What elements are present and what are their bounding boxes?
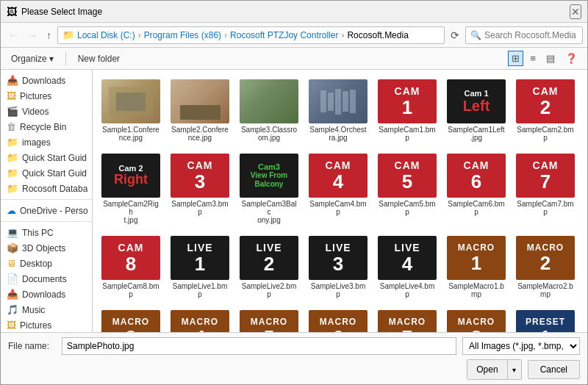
onedrive-icon: ☁: [7, 205, 16, 216]
desktop-icon: 🖥: [7, 258, 16, 269]
sidebar-item-pictures2[interactable]: 🖼 Pictures: [1, 317, 92, 332]
list-item[interactable]: PRESET 1 SamplePreset1.bmp: [513, 306, 578, 332]
downloads2-icon: 📥: [7, 289, 18, 300]
title-bar: 🖼 Please Select Image ✕: [1, 1, 587, 23]
toolbar-right: ⊞ ≡ ▤ ❓: [508, 51, 581, 66]
cancel-button[interactable]: Cancel: [528, 360, 580, 379]
list-item[interactable]: LIVE 3 SampleLive3.bmp: [306, 232, 370, 302]
sidebar-item-images[interactable]: 📁 images: [1, 134, 92, 150]
list-item[interactable]: CAM 2 SampleCam2.bmp: [513, 76, 578, 145]
list-item[interactable]: Cam 1 Left SampleCam1Left.jpg: [444, 76, 509, 145]
search-input[interactable]: [484, 30, 580, 40]
sidebar-item-rocosoft[interactable]: 📁 Rocosoft Databa: [1, 181, 92, 196]
list-item[interactable]: LIVE 2 SampleLive2.bmp: [237, 232, 301, 302]
sidebar-label-pictures2: Pictures: [20, 320, 51, 331]
toolbar: Organize ▾ New folder ⊞ ≡ ▤ ❓: [1, 48, 587, 70]
sidebar-item-quickstart2[interactable]: 📁 Quick Start Guid: [1, 165, 92, 181]
close-button[interactable]: ✕: [570, 4, 581, 19]
back-button[interactable]: ←: [5, 28, 21, 43]
list-item[interactable]: CAM 8 SampleCam8.bmp: [98, 232, 163, 302]
list-item[interactable]: CAM 6 SampleCam6.bmp: [444, 150, 509, 228]
sidebar-item-documents[interactable]: 📄 Documents: [1, 271, 92, 287]
list-item[interactable]: Sample2.Conference.jpg: [168, 76, 232, 145]
sidebar-item-onedrive[interactable]: ☁ OneDrive - Perso: [1, 203, 92, 218]
file-name: SampleCam3Balcony.jpg: [240, 200, 298, 224]
file-name: SampleCam2.bmp: [517, 126, 573, 142]
filter-dropdown[interactable]: All Images (*.jpg, *.bmp, *.gif, *.: [462, 337, 580, 355]
refresh-button[interactable]: ⟳: [448, 28, 462, 43]
list-item[interactable]: MACRO 7 SampleMacro7.bmp: [375, 306, 440, 332]
sidebar-label-onedrive: OneDrive - Perso: [20, 206, 88, 216]
list-item[interactable]: Sample4.Orchestra.jpg: [306, 76, 370, 145]
file-name: SampleCam1.bmp: [379, 126, 435, 142]
toolbar-separator: [65, 52, 66, 65]
sidebar: 📥 Downloads 🖼 Pictures 🎬 Videos 🗑 Recycl…: [1, 70, 93, 332]
help-button[interactable]: ❓: [562, 51, 581, 66]
list-item[interactable]: MACRO 2 SampleMacro2.bmp: [513, 232, 578, 302]
sidebar-divider-1: [1, 199, 92, 200]
sidebar-item-3dobjects[interactable]: 📦 3D Objects: [1, 240, 92, 256]
list-item[interactable]: CAM 4 SampleCam4.bmp: [306, 150, 370, 228]
list-item[interactable]: MACRO 6 SampleMacro6.bmp: [306, 306, 370, 332]
file-dialog: 🖼 Please Select Image ✕ ← → ↑ 📁 Local Di…: [0, 0, 588, 385]
file-name-row: File name: All Images (*.jpg, *.bmp, *.g…: [8, 337, 580, 355]
search-box: 🔍: [465, 26, 583, 44]
sidebar-divider-2: [1, 221, 92, 222]
view-list-button[interactable]: ≡: [526, 51, 539, 66]
sidebar-item-desktop[interactable]: 🖥 Desktop: [1, 256, 92, 271]
list-item[interactable]: MACRO 3 SampleMacro3.bmp: [98, 306, 163, 332]
organize-button[interactable]: Organize ▾: [7, 52, 58, 65]
file-name: SampleMacro2.bmp: [517, 282, 573, 298]
thispc-icon: 💻: [7, 227, 18, 238]
file-name-input[interactable]: [62, 337, 456, 355]
list-item[interactable]: MACRO 1 SampleMacro1.bmp: [444, 232, 509, 302]
list-item[interactable]: Sample3.Classroom.jpg: [237, 76, 301, 145]
breadcrumb-folder-icon: 📁: [62, 29, 74, 40]
up-button[interactable]: ↑: [43, 28, 54, 43]
sidebar-label-music: Music: [22, 305, 45, 315]
view-detail-button[interactable]: ▤: [542, 51, 559, 66]
list-item[interactable]: CAM 7 SampleCam7.bmp: [513, 150, 578, 228]
images-icon: 📁: [7, 137, 18, 148]
forward-button[interactable]: →: [24, 28, 40, 43]
sidebar-item-thispc[interactable]: 💻 This PC: [1, 225, 92, 240]
view-icon-button[interactable]: ⊞: [508, 51, 523, 66]
breadcrumb-part-3: Rocosoft PTZJoy Controller: [230, 30, 338, 40]
sidebar-item-pictures[interactable]: 🖼 Pictures: [1, 88, 92, 104]
file-name-label: File name:: [8, 341, 56, 351]
downloads-icon: 📥: [7, 75, 18, 86]
open-button[interactable]: Open: [467, 360, 507, 379]
list-item[interactable]: LIVE 4 SampleLive4.bmp: [375, 232, 440, 302]
list-item[interactable]: Cam 2 Right SampleCam2Right.jpg: [98, 150, 163, 228]
list-item[interactable]: Sample1.Conference.jpg: [98, 76, 163, 145]
new-folder-button[interactable]: New folder: [74, 52, 124, 65]
nav-bar: ← → ↑ 📁 Local Disk (C:) › Program Files …: [1, 23, 587, 48]
list-item[interactable]: MACRO 4 SampleMacro4.bmp: [168, 306, 232, 332]
sidebar-label-thispc: This PC: [22, 228, 54, 238]
list-item[interactable]: CAM 3 SampleCam3.bmp: [168, 150, 232, 228]
breadcrumb-sep-3: ›: [341, 30, 344, 40]
pictures-icon: 🖼: [7, 90, 16, 101]
file-grid: Sample1.Conference.jpg Sample2.Conferenc…: [98, 76, 581, 332]
file-pane: Sample1.Conference.jpg Sample2.Conferenc…: [93, 70, 587, 332]
breadcrumb-sep-1: ›: [138, 30, 141, 40]
rocosoft-icon: 📁: [7, 183, 18, 194]
sidebar-item-videos[interactable]: 🎬 Videos: [1, 104, 92, 119]
breadcrumb-part-2: Program Files (x86): [144, 30, 221, 40]
list-item[interactable]: MACRO 5 SampleMacro5.bmp: [237, 306, 301, 332]
file-name: Sample4.Orchestra.jpg: [309, 126, 366, 142]
sidebar-label-videos: Videos: [22, 107, 49, 117]
file-name: SampleCam2Right.jpg: [102, 200, 159, 224]
list-item[interactable]: LIVE 1 SampleLive1.bmp: [168, 232, 232, 302]
sidebar-item-quickstart1[interactable]: 📁 Quick Start Guid: [1, 150, 92, 165]
list-item[interactable]: CAM 5 SampleCam5.bmp: [375, 150, 440, 228]
sidebar-label-downloads: Downloads: [22, 76, 65, 86]
open-arrow-button[interactable]: ▾: [508, 360, 521, 379]
sidebar-item-downloads2[interactable]: 📥 Downloads: [1, 287, 92, 302]
sidebar-item-recycle[interactable]: 🗑 Recycle Bin: [1, 119, 92, 134]
list-item[interactable]: Cam3 View FromBalcony SampleCam3Balcony.…: [237, 150, 301, 228]
list-item[interactable]: MACRO 8 SampleMacro8.bmp: [444, 306, 509, 332]
sidebar-item-downloads[interactable]: 📥 Downloads: [1, 73, 92, 88]
sidebar-item-music[interactable]: 🎵 Music: [1, 302, 92, 317]
list-item[interactable]: CAM 1 SampleCam1.bmp: [375, 76, 440, 145]
